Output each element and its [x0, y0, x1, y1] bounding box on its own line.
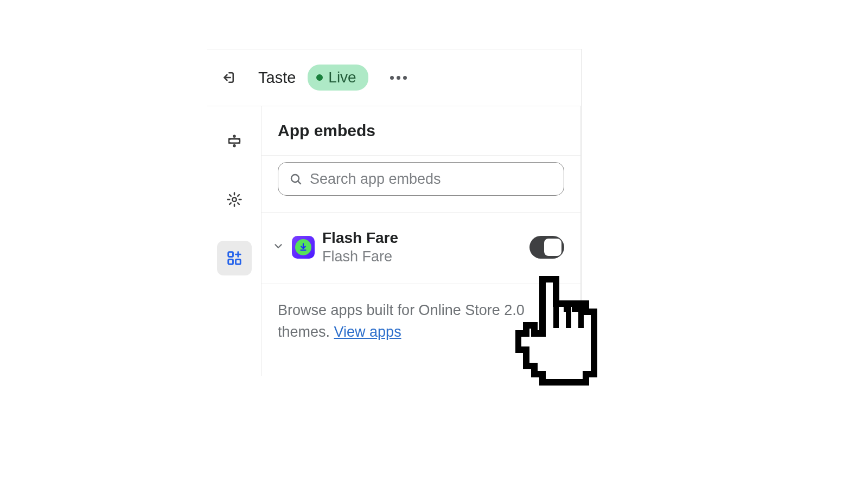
svg-rect-5	[235, 260, 240, 265]
panel-content: App embeds	[261, 106, 581, 376]
search-field[interactable]	[310, 171, 553, 188]
rail-sections[interactable]	[217, 124, 252, 158]
app-name: Flash Fare	[322, 229, 522, 247]
svg-rect-4	[228, 260, 233, 265]
status-dot-icon	[316, 74, 323, 81]
status-badge: Live	[308, 65, 368, 91]
app-icon	[292, 236, 315, 259]
rail-app-embeds[interactable]	[217, 241, 252, 275]
svg-point-1	[233, 145, 235, 146]
chevron-down-icon[interactable]	[272, 240, 284, 254]
view-apps-link[interactable]: View apps	[334, 324, 401, 340]
exit-icon[interactable]	[220, 69, 237, 86]
search-icon	[289, 172, 302, 186]
icon-rail	[207, 106, 261, 376]
more-actions-button[interactable]	[390, 76, 407, 80]
app-subtitle: Flash Fare	[322, 247, 522, 266]
editor-header: Taste Live	[207, 49, 581, 106]
app-toggle[interactable]	[529, 236, 564, 259]
theme-name: Taste	[258, 69, 296, 87]
rail-settings[interactable]	[217, 182, 252, 217]
svg-point-0	[233, 136, 235, 137]
panel-title: App embeds	[261, 106, 580, 155]
app-embed-row[interactable]: Flash Fare Flash Fare	[261, 213, 580, 284]
svg-point-2	[232, 197, 237, 202]
theme-editor-panel: Taste Live	[207, 49, 582, 376]
panel-footer: Browse apps built for Online Store 2.0 t…	[261, 284, 580, 376]
status-label: Live	[328, 69, 356, 86]
search-input[interactable]	[278, 162, 564, 196]
svg-rect-3	[228, 252, 233, 257]
